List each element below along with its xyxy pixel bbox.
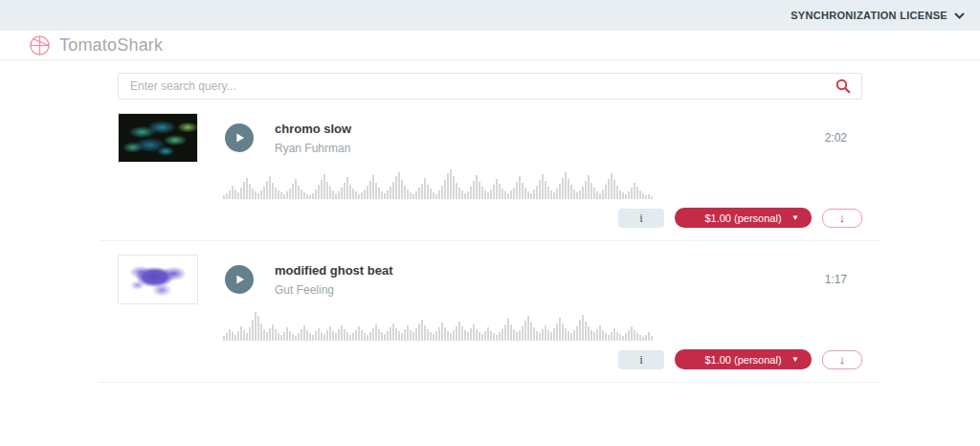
waveform-bar [223, 195, 225, 199]
search-input[interactable] [119, 79, 825, 93]
waveform-bar [289, 189, 291, 199]
waveform-bar [553, 192, 555, 199]
waveform-bar [438, 190, 440, 199]
waveform-bar [484, 331, 486, 341]
waveform-bar [456, 326, 457, 341]
info-button[interactable]: i [618, 350, 664, 369]
track-thumbnail [118, 255, 198, 304]
waveform-bar [441, 323, 443, 341]
waveform-bar [232, 186, 234, 199]
play-button[interactable] [225, 265, 254, 294]
waveform-bar [275, 329, 277, 341]
waveform-bar [364, 333, 366, 341]
waveform-bar [401, 333, 403, 341]
header: TomatoShark [0, 31, 980, 60]
waveform-bar [524, 188, 526, 199]
waveform-bar [395, 176, 397, 199]
track-row: chromo slow Ryan Fuhrman 2:02 i $1.00 (p… [99, 100, 881, 241]
waveform-bar [252, 320, 254, 341]
license-dropdown-label: SYNCHRONIZATION LICENSE [791, 10, 947, 21]
waveform-bar [232, 332, 234, 341]
waveform-bar [510, 324, 512, 341]
track-actions: i $1.00 (personal) ▼ ↓ [118, 208, 862, 228]
waveform-bar [605, 333, 607, 341]
brand[interactable]: TomatoShark [29, 34, 163, 56]
waveform-bar [249, 327, 251, 341]
waveform-seekbar[interactable] [223, 310, 656, 341]
waveform-bar [378, 329, 380, 341]
waveform-bar [433, 192, 434, 199]
waveform-bar [616, 186, 618, 199]
download-button[interactable]: ↓ [822, 350, 862, 369]
waveform-seekbar[interactable] [223, 168, 656, 199]
waveform-bar [312, 335, 314, 341]
waveform-bar [372, 328, 374, 341]
track-top: modified ghost beat Gut Feeling 1:17 [118, 255, 862, 304]
waveform-bar [470, 187, 472, 199]
download-button[interactable]: ↓ [822, 209, 862, 228]
waveform-bar [481, 334, 483, 341]
track-row: modified ghost beat Gut Feeling 1:17 i $… [99, 241, 881, 383]
waveform-bar [582, 315, 584, 341]
waveform-bar [599, 325, 601, 341]
waveform-bar [613, 180, 615, 199]
waveform-bar [547, 330, 549, 341]
play-icon [234, 132, 245, 144]
price-dropdown-button[interactable]: $1.00 (personal) ▼ [675, 349, 812, 369]
waveform-bar [332, 331, 334, 341]
waveform-bar [516, 332, 518, 341]
waveform-bar [510, 190, 512, 199]
waveform-bar [590, 330, 592, 341]
waveform-bar [335, 193, 337, 199]
waveform-bar [234, 190, 236, 199]
waveform-bar [464, 193, 466, 199]
waveform-bar [582, 187, 584, 199]
waveform-bar [605, 185, 607, 199]
waveform-bar [450, 169, 452, 199]
waveform-bar [240, 188, 242, 199]
waveform-bar [338, 191, 340, 199]
waveform-bar [613, 328, 615, 341]
waveform-bar [585, 181, 587, 199]
waveform-bar [565, 328, 567, 341]
waveform-bar [490, 331, 492, 341]
waveform-bar [243, 182, 245, 199]
waveform-bar [539, 333, 541, 341]
waveform-bar [346, 177, 348, 199]
waveform-bar [295, 179, 297, 199]
waveform-bar [611, 332, 612, 341]
license-dropdown[interactable]: SYNCHRONIZATION LICENSE [791, 10, 965, 21]
waveform-bar [418, 188, 420, 199]
waveform-bar [628, 330, 630, 341]
waveform-bar [433, 334, 434, 341]
waveform-bar [467, 191, 469, 199]
track-actions: i $1.00 (personal) ▼ ↓ [118, 349, 862, 369]
waveform-bar [292, 334, 294, 341]
waveform-bar [458, 322, 460, 341]
info-button[interactable]: i [618, 209, 664, 228]
search-icon [835, 78, 851, 94]
waveform-bar [384, 334, 386, 341]
waveform-bar [335, 333, 337, 341]
waveform-bar [530, 193, 532, 199]
waveform-bar [352, 333, 354, 341]
price-dropdown-button[interactable]: $1.00 (personal) ▼ [675, 208, 812, 228]
waveform-bar [321, 180, 323, 199]
waveform-bar [504, 324, 506, 341]
waveform-bar [447, 331, 449, 341]
waveform-bar [229, 329, 231, 341]
download-arrow-icon: ↓ [839, 353, 846, 366]
waveform-bar [645, 195, 647, 199]
waveform-bar [278, 190, 279, 199]
waveform-bar [579, 190, 581, 199]
search-button[interactable] [825, 78, 861, 94]
play-button[interactable] [225, 123, 254, 152]
waveform-bar [479, 182, 480, 199]
brand-name: TomatoShark [59, 35, 163, 56]
waveform-bar [527, 316, 529, 341]
waveform-bar [237, 331, 239, 341]
waveform-bar [619, 190, 621, 199]
waveform-bar [450, 333, 452, 341]
waveform-bar [625, 333, 627, 341]
waveform-bar [260, 323, 262, 341]
